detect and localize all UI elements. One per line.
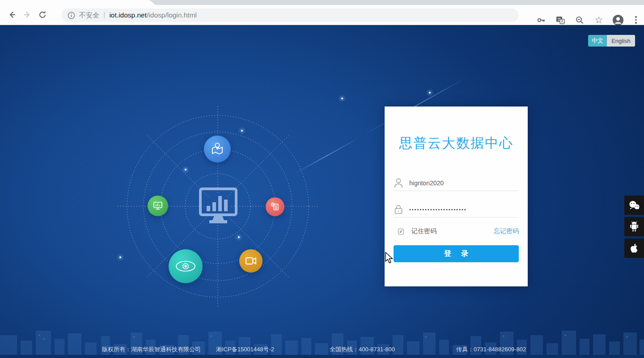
url-path: /idosp/login.html xyxy=(147,11,197,19)
footer-copyright: 版权所有：湖南华辰智通科技有限公司 xyxy=(102,345,201,354)
browser-menu-icon[interactable] xyxy=(631,14,640,26)
page-info-icon[interactable] xyxy=(68,12,75,19)
city-skyline xyxy=(0,327,644,355)
mouse-cursor xyxy=(385,252,394,264)
android-icon[interactable] xyxy=(624,217,644,236)
security-label: 不安全 xyxy=(79,11,99,20)
wechat-icon[interactable] xyxy=(624,196,644,215)
remember-row: ✓ 记住密码 忘记密码 xyxy=(394,226,519,236)
map-location-icon xyxy=(204,136,231,162)
reload-icon[interactable] xyxy=(35,7,50,22)
remember-checkbox[interactable]: ✓ xyxy=(398,229,404,234)
tab-strip xyxy=(0,0,644,5)
profile-avatar[interactable] xyxy=(612,14,624,26)
app-title: 思普云大数据中心 xyxy=(385,134,528,153)
language-toggle: 中文 English xyxy=(588,35,635,47)
app-download-dock xyxy=(624,196,644,258)
footer-icp: 湘ICP备15001448号-2 xyxy=(216,345,274,354)
url-divider: | xyxy=(103,10,105,19)
browser-window: 不安全 | iot.idosp.net/idosp/login.html 文A … xyxy=(0,0,644,358)
login-button[interactable]: 登 录 xyxy=(394,245,519,262)
remember-label: 记住密码 xyxy=(411,227,436,235)
browser-toolbar: 不安全 | iot.idosp.net/idosp/login.html 文A … xyxy=(0,5,644,25)
back-icon[interactable] xyxy=(4,7,20,22)
svg-text:A: A xyxy=(561,20,564,24)
user-icon xyxy=(394,178,403,188)
star-dot xyxy=(429,92,431,94)
lock-icon xyxy=(394,204,403,215)
video-camera-icon xyxy=(239,249,263,273)
star-dot xyxy=(341,98,343,99)
username-input[interactable] xyxy=(409,179,508,187)
address-bar[interactable]: 不安全 | iot.idosp.net/idosp/login.html xyxy=(61,9,519,22)
active-tab[interactable] xyxy=(0,0,156,5)
forward-icon[interactable] xyxy=(20,7,35,22)
saved-password-key-icon[interactable] xyxy=(535,14,547,26)
report-icon xyxy=(266,197,284,216)
login-card: 思普云大数据中心 ✓ 记住密码 忘记密码 xyxy=(385,107,528,286)
login-page: 中文 English xyxy=(0,25,644,358)
footer-hotline: 全国热线：400-8731-800 xyxy=(330,345,395,354)
username-field[interactable] xyxy=(394,175,519,191)
password-input[interactable] xyxy=(409,207,508,212)
url-host: iot.idosp.net xyxy=(109,11,147,19)
footer-bar xyxy=(0,355,644,358)
apple-icon[interactable] xyxy=(624,239,644,258)
language-english-button[interactable]: English xyxy=(607,35,635,47)
translate-icon[interactable]: 文A xyxy=(555,14,566,26)
bookmark-star-icon[interactable]: ☆ xyxy=(593,14,605,26)
zoom-out-icon[interactable] xyxy=(574,14,585,26)
dashboard-monitor-icon xyxy=(198,187,239,225)
eye-monitoring-icon xyxy=(169,249,203,283)
password-field[interactable] xyxy=(394,201,519,217)
forgot-password-link[interactable]: 忘记密码 xyxy=(494,227,519,235)
footer-fax: 传真：0731-84882609-802 xyxy=(456,345,526,354)
language-chinese-button[interactable]: 中文 xyxy=(588,35,607,47)
display-icon xyxy=(148,196,168,216)
